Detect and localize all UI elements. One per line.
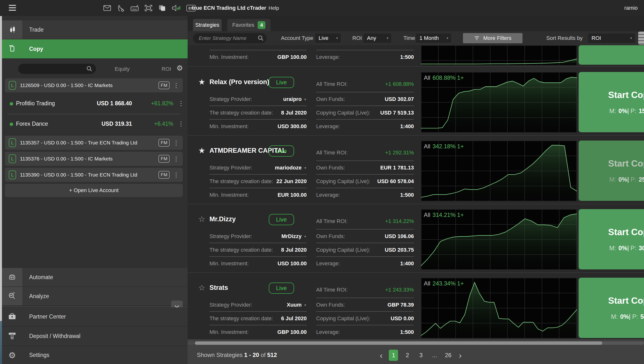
pagination-page-1[interactable]: 1	[389, 350, 398, 361]
provider-label: Strategy Provider:	[210, 233, 252, 239]
divider	[2, 306, 188, 307]
info-row: Own Funds: USD 302.07	[316, 93, 414, 105]
watchlist-search-input[interactable]	[18, 64, 96, 74]
pagination-next-icon[interactable]: ›	[457, 351, 463, 360]
divider	[210, 325, 307, 325]
chevron-down-icon: ▼	[304, 166, 307, 170]
click-settings-icon[interactable]	[117, 4, 125, 12]
provider-value[interactable]: Xuum▼	[287, 302, 307, 308]
start-copy-button[interactable]: Start Copy M:0%| P:30%|	[579, 209, 644, 269]
provider-value[interactable]: MrDizzy▼	[282, 233, 307, 239]
divider	[210, 174, 307, 175]
pagination-page-3[interactable]: 3	[416, 350, 425, 361]
creation-date-label: The strategy creation date:	[210, 315, 273, 322]
roi-dropdown[interactable]: Any ▼	[364, 34, 391, 43]
leverage-value: 1:500	[400, 54, 414, 60]
start-copy-button[interactable]: Start Copy M:0%| P:5%|	[579, 278, 644, 338]
pagination-page-26[interactable]: 26	[444, 350, 452, 361]
user-menu[interactable]: ramio	[624, 5, 638, 11]
mail-icon[interactable]	[103, 5, 111, 12]
pagination-prev-icon[interactable]: ‹	[378, 351, 384, 360]
strategy-search-input[interactable]	[193, 33, 267, 43]
live-account-badge: L	[9, 154, 16, 163]
commission-info: M:0%| P:5%|	[611, 313, 644, 320]
provider-value[interactable]: uraipro▼	[283, 96, 307, 102]
min-investment-value: GBP 100.00	[277, 54, 307, 60]
account-row[interactable]: L 1135357 - USD 0.00 - 1:500 - True ECN …	[5, 136, 183, 150]
keyboard-icon[interactable]	[130, 5, 139, 12]
fullscreen-icon[interactable]	[144, 5, 152, 12]
info-row: Copying Capital (Live): USD 0.00	[316, 313, 414, 324]
sidebar-item-copy[interactable]: Copy	[2, 39, 188, 58]
deposit-atm-icon	[2, 327, 22, 345]
divider	[316, 92, 414, 92]
divider	[316, 106, 414, 106]
provider-label: Strategy Provider:	[210, 302, 252, 308]
sort-results-label: Sort Results by	[546, 35, 582, 41]
provider-value[interactable]: mariodoze▼	[275, 165, 307, 171]
shown-strategies-summary: Shown Strategies 1 - 20 of 512	[197, 351, 277, 358]
button-label: Start Copy	[608, 90, 644, 100]
live-account-badge: L	[9, 138, 16, 147]
favorite-star-icon[interactable]: ★	[198, 77, 205, 87]
min-investment-label: Min. Investment:	[210, 192, 248, 198]
copied-strategy-row[interactable]: Forex Dance USD 319.31 +6.41% ⋮	[2, 115, 188, 134]
scrollbar-left-cap[interactable]	[188, 341, 194, 345]
view-toggle-button[interactable]	[638, 32, 644, 45]
time-dropdown[interactable]: 1 Month ▼	[416, 34, 451, 43]
card-divider	[188, 272, 644, 273]
kebab-menu-icon[interactable]: ⋮	[173, 82, 179, 89]
info-row: Strategy Provider: uraipro▼	[210, 93, 307, 105]
pagination-page-2[interactable]: 2	[403, 350, 412, 361]
kebab-menu-icon[interactable]: ⋮	[178, 100, 184, 107]
divider	[210, 106, 307, 106]
start-copy-button[interactable]: Start Copy M:0%| P:15%|	[579, 72, 644, 132]
account-row[interactable]: L 1135390 - USD 0.00 - 1:500 - True ECN …	[5, 168, 183, 182]
account-row[interactable]: L 1135376 - USD 0.00 - 1:500 - IC Market…	[5, 152, 183, 166]
analyze-magnifier-icon	[2, 287, 22, 305]
sidebar-item-automate[interactable]: Automate	[2, 268, 188, 286]
tab-favorites[interactable]: Favorites 4	[227, 19, 270, 31]
creation-date-value: 8 Jul 2020	[281, 247, 307, 253]
sidebar-item-trade[interactable]: Trade	[2, 21, 188, 39]
candlestick-icon	[2, 21, 22, 39]
hamburger-menu-icon[interactable]	[9, 5, 16, 11]
account-row[interactable]: L 1126509 - USD 0.00 - 1:500 - IC Market…	[5, 78, 183, 92]
horizontal-scrollbar-thumb[interactable]	[195, 341, 602, 345]
leverage-value: 1:400	[400, 123, 414, 130]
horizontal-scrollbar-track[interactable]	[194, 341, 644, 345]
volume-icon[interactable]	[172, 4, 180, 12]
sidebar-item-deposit-withdrawal[interactable]: Deposit / Withdrawal	[2, 327, 188, 345]
watchlist-settings-gear-icon[interactable]: ⚙	[176, 64, 183, 72]
favorite-star-icon[interactable]: ☆	[198, 283, 205, 292]
more-filters-button[interactable]: More Filters	[463, 33, 522, 43]
roi-sparkline-chart: All342.18% 1+	[421, 141, 577, 201]
chevron-down-icon: ▼	[446, 37, 449, 40]
sidebar-item-settings[interactable]: ⚙ Settings	[2, 346, 188, 364]
info-row: Min. Investment: USD 300.00	[210, 121, 307, 132]
kebab-menu-icon[interactable]: ⋮	[173, 172, 179, 178]
favorite-star-icon[interactable]: ★	[198, 146, 205, 155]
account-type-dropdown[interactable]: Live ▼	[315, 34, 341, 43]
open-live-account-button[interactable]: + Open Live Account	[5, 184, 183, 197]
sidebar-item-analyze[interactable]: Analyze	[2, 287, 188, 305]
live-badge: Live	[269, 145, 294, 157]
strategy-equity: USD 319.31	[75, 121, 132, 127]
copy-windows-icon[interactable]	[158, 5, 166, 12]
kebab-menu-icon[interactable]: ⋮	[178, 121, 184, 127]
tab-strategies[interactable]: Strategies	[193, 19, 222, 31]
kebab-menu-icon[interactable]: ⋮	[173, 156, 179, 162]
help-menu[interactable]: Help	[268, 5, 279, 11]
strategy-roi: +61.82%	[138, 100, 173, 107]
favorite-star-icon[interactable]: ☆	[198, 214, 205, 224]
strategy-card: ☆ Strats Live All Time ROI: +1 243.33% S…	[188, 274, 644, 341]
sidebar-item-partner-center[interactable]: Partner Center	[2, 307, 188, 326]
all-time-roi-value: +1 608.88%	[385, 81, 414, 87]
copied-strategy-row[interactable]: Profitlio Trading USD 1 868.40 +61.82% ⋮	[2, 94, 188, 113]
kebab-menu-icon[interactable]: ⋮	[173, 140, 179, 146]
start-copy-button[interactable]	[579, 45, 644, 65]
start-copy-button[interactable]: Start Copy M:0%| P:25%|	[579, 141, 644, 201]
briefcase-icon	[2, 307, 22, 326]
dropdown-value: Any	[367, 35, 376, 41]
sort-dropdown[interactable]: ROI ▼	[588, 34, 635, 43]
